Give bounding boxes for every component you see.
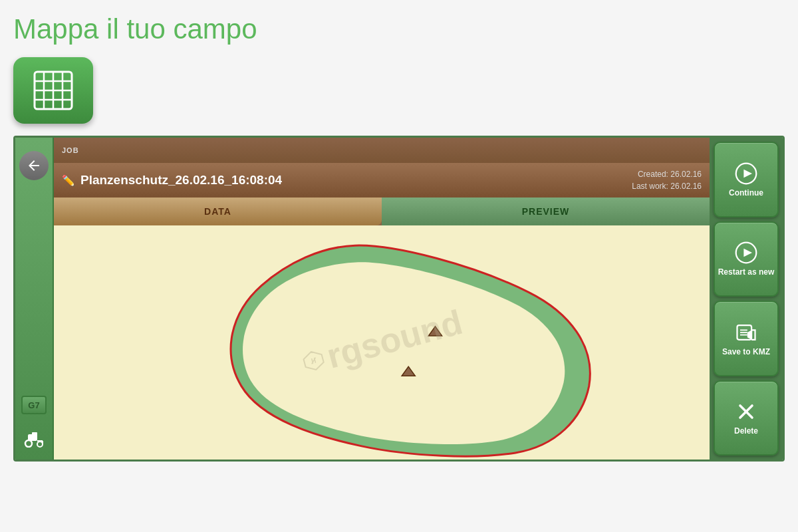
page-container: Mappa il tuo campo G7 xyxy=(0,0,798,532)
restart-label: Restart as new xyxy=(718,267,775,277)
save-kmz-button[interactable]: Save to KMZ xyxy=(714,301,779,376)
restart-button[interactable]: Restart as new xyxy=(714,221,779,297)
job-meta: Created: 26.02.16 Last work: 26.02.16 xyxy=(632,168,702,192)
save-kmz-label: Save to KMZ xyxy=(722,347,770,356)
continue-button[interactable]: Continue xyxy=(714,142,779,217)
content-area: JOB ✏️ Planzenschutz_26.02.16_16:08:04 C… xyxy=(54,138,710,460)
map-area: rgsound xyxy=(54,225,710,460)
tab-preview[interactable]: PREVIEW xyxy=(382,198,710,225)
page-title: Mappa il tuo campo xyxy=(13,13,785,45)
delete-label: Delete xyxy=(734,426,758,436)
svg-marker-18 xyxy=(743,249,752,257)
svg-marker-16 xyxy=(743,169,752,178)
tab-data[interactable]: DATA xyxy=(54,198,382,225)
pencil-icon: ✏️ xyxy=(62,174,75,187)
left-sidebar: G7 xyxy=(15,138,54,460)
job-name: Planzenschutz_26.02.16_16:08:04 xyxy=(80,173,282,188)
job-info-bar: ✏️ Planzenschutz_26.02.16_16:08:04 Creat… xyxy=(54,163,710,198)
tractor-icon xyxy=(21,428,47,449)
right-panel: Continue Restart as new xyxy=(710,138,783,460)
app-icon[interactable] xyxy=(13,57,93,124)
svg-rect-10 xyxy=(32,432,37,438)
svg-point-7 xyxy=(25,440,32,447)
delete-button[interactable]: Delete xyxy=(714,380,779,456)
created-date: Created: 26.02.16 xyxy=(632,168,702,180)
last-work-date: Last work: 26.02.16 xyxy=(632,180,702,192)
job-name-row: ✏️ Planzenschutz_26.02.16_16:08:04 xyxy=(62,173,282,188)
g7-badge: G7 xyxy=(21,396,47,414)
job-header: JOB xyxy=(54,138,710,163)
field-map-svg xyxy=(54,225,710,460)
tabs-row: DATA PREVIEW xyxy=(54,198,710,225)
job-label: JOB xyxy=(62,146,79,154)
svg-point-8 xyxy=(37,442,43,447)
main-card: G7 JOB ✏️ xyxy=(13,136,785,462)
continue-label: Continue xyxy=(729,188,763,198)
g7-text: G7 xyxy=(28,400,39,410)
back-button[interactable] xyxy=(19,151,49,180)
